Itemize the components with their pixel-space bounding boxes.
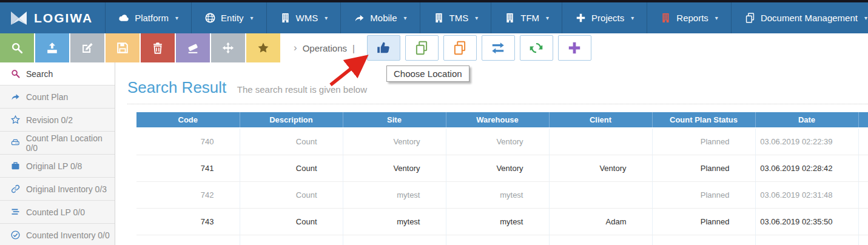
building-icon — [433, 12, 445, 24]
cell-description: Count — [240, 181, 343, 208]
move-button[interactable] — [211, 33, 245, 62]
table-header-count-plan-status[interactable]: Count Plan Status — [652, 112, 755, 128]
cell-warehouse: Ventory — [446, 155, 549, 181]
nav-item-label: WMS — [296, 13, 318, 23]
caret-down-icon: ▾ — [475, 15, 478, 21]
caret-down-icon: ▾ — [404, 15, 407, 21]
copy-green-button[interactable] — [405, 35, 439, 61]
cell-client: Ventory — [549, 155, 652, 181]
breadcrumb-separator: | — [352, 43, 355, 53]
table-header-description[interactable]: Description — [240, 112, 343, 128]
cell-client — [549, 128, 652, 155]
trash-icon — [151, 41, 164, 55]
search-result-table-wrap: CodeDescriptionSiteWarehouseClientCount … — [136, 112, 868, 245]
nav-item-platform[interactable]: Platform▾ — [105, 2, 191, 33]
star-icon — [257, 41, 270, 55]
refresh-icon — [528, 40, 544, 56]
arrows-lr-icon — [490, 40, 506, 56]
logiwa-logo-icon — [10, 10, 28, 26]
breadcrumb: › Operations | — [294, 42, 355, 54]
logiwa-logo[interactable]: LOGIWA — [0, 2, 105, 33]
search-button[interactable] — [0, 33, 34, 62]
sidebar-item-count-plan[interactable]: Count Plan — [0, 86, 115, 109]
nav-item-label: TMS — [449, 13, 469, 23]
transfer-button[interactable] — [482, 35, 515, 61]
edit-button[interactable] — [70, 33, 104, 62]
cell-date: 03.06.2019 02:28:42 — [755, 155, 858, 181]
top-navigation-bar: LOGIWA Platform▾Entity▾WMS▾Mobile▾TMS▾TF… — [0, 2, 868, 33]
add-button[interactable] — [558, 35, 591, 61]
cell-warehouse: mytest — [446, 208, 549, 235]
nav-item-tms[interactable]: TMS▾ — [420, 2, 491, 33]
nav-item-projects[interactable]: Projects▾ — [562, 2, 647, 33]
building-icon — [504, 12, 516, 24]
cell-description: Count — [240, 235, 343, 245]
building-icon — [280, 12, 291, 24]
clear-button[interactable] — [176, 33, 210, 62]
choose-location-button[interactable] — [367, 35, 400, 61]
cell-warehouse: Ventory — [446, 128, 549, 155]
sidebar-item-revision-0-2[interactable]: Revision 0/2 — [0, 109, 115, 132]
cell-client: Adam — [549, 208, 652, 235]
save-button[interactable] — [106, 33, 140, 62]
cell-site — [343, 235, 446, 245]
topbar-menu: Platform▾Entity▾WMS▾Mobile▾TMS▾TFM▾Proje… — [105, 2, 868, 33]
table-row[interactable]: 742CountmytestmytestPlanned03.06.2019 02… — [136, 181, 868, 208]
redo-arrow-icon — [354, 12, 365, 24]
sidebar-item-search[interactable]: Search — [0, 62, 115, 86]
sidebar-item-label: Revision 0/2 — [26, 115, 73, 125]
nav-item-mobile[interactable]: Mobile▾ — [340, 2, 419, 33]
table-header-row: CodeDescriptionSiteWarehouseClientCount … — [136, 112, 868, 128]
table-row[interactable]: 740CountVentoryVentoryPlanned03.06.2019 … — [136, 128, 868, 155]
cell-code: 744 — [136, 235, 240, 245]
sidebar-item-original-lp-0-8[interactable]: Original LP 0/8 — [0, 155, 115, 178]
nav-item-tfm[interactable]: TFM▾ — [491, 2, 562, 33]
cell-date: 03.06.2019 02:31:48 — [755, 181, 858, 208]
cell-description: Count — [240, 155, 343, 181]
edit-icon — [81, 41, 94, 55]
table-header-client[interactable]: Client — [549, 112, 652, 128]
link-icon — [10, 184, 21, 194]
table-header-code[interactable]: Code — [136, 112, 240, 128]
nav-item-label: Platform — [135, 13, 169, 23]
action-buttons — [362, 35, 591, 61]
nav-item-document-management[interactable]: Document Management▾ — [731, 2, 868, 33]
cell-code: 742 — [136, 181, 240, 208]
table-header-date[interactable]: Date — [755, 112, 858, 128]
sidebar-item-counted-lp-0-0[interactable]: Counted LP 0/0 — [0, 201, 115, 224]
table-row[interactable]: 743CountmytestmytestAdamPlanned03.06.201… — [136, 208, 868, 235]
globe-icon — [204, 12, 216, 24]
plus-icon — [567, 40, 582, 56]
table-row[interactable]: 744CountAdamCancelled03.06.2019 02:37:43 — [136, 235, 868, 245]
upload-button[interactable] — [35, 33, 69, 62]
page-header: Search Result The search result is given… — [127, 62, 868, 104]
toolbar: › Operations | — [0, 33, 868, 62]
content-area: SearchCount PlanRevision 0/2Count Plan L… — [0, 62, 868, 245]
cell-site: mytest — [343, 181, 446, 208]
search-result-table: CodeDescriptionSiteWarehouseClientCount … — [136, 112, 868, 245]
breadcrumb-operations[interactable]: Operations — [303, 43, 347, 53]
table-header-site[interactable]: Site — [343, 112, 446, 128]
nav-item-label: Reports — [676, 13, 708, 23]
favorite-button[interactable] — [246, 33, 280, 62]
cell-extra — [858, 208, 868, 235]
nav-item-reports[interactable]: Reports▾ — [647, 2, 731, 33]
pages-icon — [452, 40, 468, 56]
sidebar-item-label: Search — [26, 69, 53, 79]
refresh-button[interactable] — [520, 35, 553, 61]
sidebar-item-counted-inventory-0-0[interactable]: Counted Inventory 0/0 — [0, 224, 115, 245]
thumb-up-icon — [375, 40, 391, 56]
nav-item-entity[interactable]: Entity▾ — [191, 2, 266, 33]
cell-date: 03.06.2019 02:35:50 — [755, 208, 858, 235]
nav-item-wms[interactable]: WMS▾ — [266, 2, 341, 33]
sidebar-item-original-inventory-0-3[interactable]: Original Inventory 0/3 — [0, 178, 115, 201]
sidebar-item-label: Original LP 0/8 — [26, 161, 82, 171]
sidebar-item-label: Counted Inventory 0/0 — [26, 230, 110, 240]
table-row[interactable]: 741CountVentoryVentoryVentoryPlanned03.0… — [136, 155, 868, 181]
main-panel: Search Result The search result is given… — [115, 62, 868, 245]
sidebar-item-count-plan-location-0-0[interactable]: Count Plan Location 0/0 — [0, 132, 115, 155]
copy-orange-button[interactable] — [443, 35, 477, 61]
table-header-warehouse[interactable]: Warehouse — [446, 112, 549, 128]
delete-button[interactable] — [141, 33, 175, 62]
briefcase-icon — [10, 161, 21, 171]
